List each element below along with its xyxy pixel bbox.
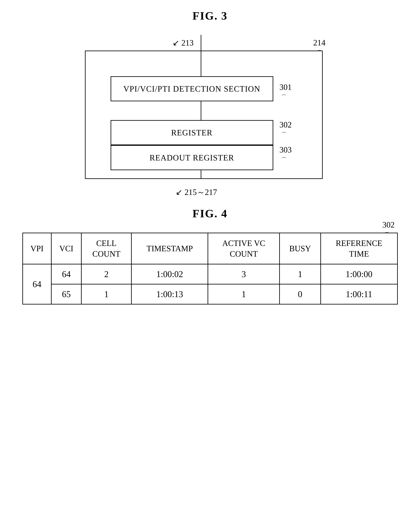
col-busy: BUSY bbox=[279, 233, 321, 264]
cell-active-vc-3: 3 bbox=[208, 264, 279, 284]
fig3-diagram: ↙ 213 214 ⌒ VPI/VCI/PTI DETECTION SECTIO… bbox=[69, 35, 351, 188]
fig3-section: FIG. 3 ↙ 213 214 ⌒ VPI/VCI/PTI DETECTION… bbox=[16, 9, 404, 188]
cell-timestamp-1: 1:00:02 bbox=[131, 264, 208, 284]
cell-active-vc-1: 1 bbox=[208, 284, 279, 304]
cell-vpi-64: 64 bbox=[23, 264, 52, 304]
cell-ref-time-1: 1:00:00 bbox=[321, 264, 398, 284]
readout-box: READOUT REGISTER bbox=[111, 145, 273, 170]
table-row: 64 64 2 1:00:02 3 1 1:00:00 bbox=[23, 264, 398, 284]
tick-213: ↙ bbox=[172, 38, 180, 47]
cell-busy-0: 0 bbox=[279, 284, 321, 304]
ref-213-label: ↙ 213 bbox=[172, 38, 194, 47]
ref-301-label: 301 ⌒ bbox=[279, 83, 292, 101]
col-vpi: VPI bbox=[23, 233, 52, 264]
fig3-title: FIG. 3 bbox=[16, 9, 404, 22]
cell-cell-count-1: 1 bbox=[81, 284, 131, 304]
cell-timestamp-2: 1:00:13 bbox=[131, 284, 208, 304]
cell-ref-time-2: 1:00:11 bbox=[321, 284, 398, 304]
table-header-row: VPI VCI CELLCOUNT TIMESTAMP ACTIVE VCCOU… bbox=[23, 233, 398, 264]
cell-vci-65: 65 bbox=[51, 284, 81, 304]
page-container: FIG. 3 ↙ 213 214 ⌒ VPI/VCI/PTI DETECTION… bbox=[16, 9, 404, 304]
fig4-title: FIG. 4 bbox=[16, 207, 404, 220]
cell-busy-1: 1 bbox=[279, 264, 321, 284]
ref-302-label: 302 ⌒ bbox=[279, 120, 292, 139]
col-cell-count: CELLCOUNT bbox=[81, 233, 131, 264]
table-row: 65 1 1:00:13 1 0 1:00:11 bbox=[23, 284, 398, 304]
fig4-section: FIG. 4 302 ⌒ VPI VCI CELLCOUNT TIMESTAMP… bbox=[16, 207, 404, 304]
col-vci: VCI bbox=[51, 233, 81, 264]
register-box: REGISTER bbox=[111, 120, 273, 145]
fig4-table-container: 302 ⌒ VPI VCI CELLCOUNT TIMESTAMP ACTIVE… bbox=[22, 233, 398, 304]
outer-box: VPI/VCI/PTI DETECTION SECTION REGISTER R… bbox=[85, 51, 323, 179]
cell-cell-count-2: 2 bbox=[81, 264, 131, 284]
ref-bottom-label: ↙ 215～217 bbox=[176, 187, 217, 198]
ref-303-label: 303 ⌒ bbox=[279, 145, 292, 164]
cell-vci-64: 64 bbox=[51, 264, 81, 284]
col-timestamp: TIMESTAMP bbox=[131, 233, 208, 264]
fig4-ref-302: 302 ⌒ bbox=[382, 220, 395, 239]
register-table: VPI VCI CELLCOUNT TIMESTAMP ACTIVE VCCOU… bbox=[22, 233, 398, 304]
col-active-vc-count: ACTIVE VCCOUNT bbox=[208, 233, 279, 264]
detection-box: VPI/VCI/PTI DETECTION SECTION bbox=[111, 76, 273, 101]
